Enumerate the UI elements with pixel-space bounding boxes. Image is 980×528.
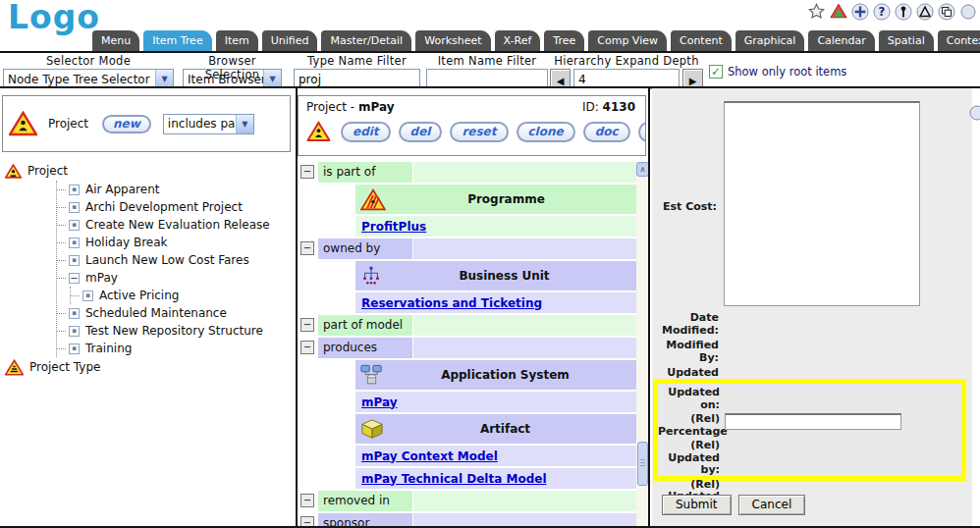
tab-x-ref[interactable]: X-Ref: [495, 30, 541, 51]
leaf-icon[interactable]: ▪: [69, 185, 80, 195]
tree-root-label[interactable]: Project Type: [29, 360, 100, 374]
tree-item-mpay[interactable]: −mPay: [57, 269, 296, 287]
submit-button[interactable]: Submit: [662, 495, 732, 515]
link-row-mpay-technical-delta-model: mPay Technical Delta Model: [355, 468, 636, 489]
reset-button[interactable]: reset: [450, 122, 508, 142]
collapse-icon[interactable]: −: [300, 241, 314, 255]
leaf-icon[interactable]: ▪: [69, 202, 80, 213]
includes-parts-select[interactable]: includes parts ▼: [163, 114, 254, 134]
tab-unified[interactable]: Unified: [262, 30, 318, 51]
tree-item-label[interactable]: Training: [85, 342, 132, 355]
tree-item-label[interactable]: Air Apparent: [85, 183, 159, 196]
leaf-icon[interactable]: ▪: [82, 290, 93, 301]
pin-icon[interactable]: [894, 2, 912, 21]
highlighted-section: Updated on:(Rel) Percentage(Rel) Updated…: [653, 379, 966, 481]
windows-icon[interactable]: [937, 2, 955, 21]
tree-root-project[interactable]: Project: [4, 161, 296, 181]
tree-root-project-type[interactable]: Project Type: [4, 357, 296, 377]
tree-item-scheduled-maintenance[interactable]: ▪Scheduled Maintenance: [57, 304, 296, 322]
tree-item-label[interactable]: Create New Evaluation Release: [85, 218, 270, 232]
leaf-icon[interactable]: ▪: [69, 255, 80, 266]
collapse-icon[interactable]: −: [300, 318, 314, 332]
doc-button[interactable]: doc: [583, 122, 630, 142]
item-link[interactable]: ProfitPlus: [361, 220, 426, 234]
tree-item-label[interactable]: mPay: [85, 271, 118, 285]
tree-item-active-pricing[interactable]: ▪Active Pricing: [71, 287, 296, 304]
tree-item-label[interactable]: Holiday Break: [85, 236, 168, 249]
tree-item-training[interactable]: ▪Training: [57, 340, 296, 357]
tree-item-label[interactable]: Active Pricing: [99, 289, 179, 302]
show-only-root-items-label: Show only root items: [728, 65, 846, 79]
tree-item-label[interactable]: Archi Development Project: [85, 200, 243, 214]
del-button[interactable]: del: [399, 122, 443, 142]
tab-graphical[interactable]: Graphical: [735, 30, 805, 51]
scroll-up-button[interactable]: ∧: [636, 162, 648, 177]
updated-on-label: Updated on:: [658, 387, 720, 411]
tree-item-test-new-repository-structure[interactable]: ▪Test New Repository Structure: [57, 322, 296, 340]
clipped-icon[interactable]: [958, 2, 977, 21]
collapse-icon[interactable]: −: [300, 516, 314, 526]
type-header-application-system: Application System: [355, 360, 636, 390]
chevron-down-icon[interactable]: ▼: [236, 115, 253, 133]
tab-item-tree[interactable]: Item Tree: [143, 30, 211, 51]
project-icon: [307, 121, 331, 141]
leaf-icon[interactable]: ▪: [69, 238, 80, 248]
detail-scrollbar[interactable]: ∧: [636, 162, 648, 526]
svg-text:?: ?: [878, 5, 885, 19]
tab-worksheet[interactable]: Worksheet: [415, 30, 490, 51]
detail-actions: editdelresetclonedocedit typ: [299, 116, 645, 144]
item-link[interactable]: mPay Technical Delta Model: [361, 472, 547, 486]
scrollbar-thumb[interactable]: [637, 442, 648, 486]
collapse-icon[interactable]: −: [300, 494, 314, 507]
edit-button[interactable]: edit: [341, 122, 391, 142]
detail-id: ID: 4130: [582, 100, 635, 114]
tree-item-archi-development-project[interactable]: ▪Archi Development Project: [57, 198, 296, 216]
tree-item-label[interactable]: Launch New Low Cost Fares: [85, 253, 249, 267]
tab-menu[interactable]: Menu: [92, 30, 139, 51]
edit-typ-button[interactable]: edit typ: [638, 122, 646, 142]
date-modified-label: Date Modified:: [652, 312, 719, 337]
star-icon[interactable]: [807, 2, 826, 21]
field-row-rel-updated-by: (Rel) Updated by:: [658, 440, 961, 477]
tree-item-air-apparent[interactable]: ▪Air Apparent: [57, 181, 296, 198]
tab-context[interactable]: Context: [938, 30, 980, 51]
leaf-icon[interactable]: ▪: [69, 326, 80, 337]
show-only-root-items-checkbox[interactable]: ✓: [709, 65, 723, 79]
collapse-icon[interactable]: −: [300, 165, 314, 179]
tree-root-label[interactable]: Project: [27, 164, 68, 178]
tab-master-detail[interactable]: Master/Detail: [321, 30, 411, 51]
tree-item-label[interactable]: Scheduled Maintenance: [85, 306, 227, 320]
relation-label: part of model: [318, 315, 412, 336]
cancel-button[interactable]: Cancel: [738, 495, 806, 515]
tree-item-launch-new-low-cost-fares[interactable]: ▪Launch New Low Cost Fares: [57, 251, 296, 269]
tab-comp-view[interactable]: Comp View: [588, 30, 667, 51]
item-link[interactable]: Reservations and Ticketing: [361, 296, 542, 310]
tab-calendar[interactable]: Calendar: [808, 30, 874, 51]
item-link[interactable]: mPay: [361, 396, 398, 409]
clone-button[interactable]: clone: [517, 122, 575, 142]
tab-content[interactable]: Content: [671, 30, 732, 51]
clipped-edge-icon[interactable]: [969, 105, 980, 121]
tree-item-label[interactable]: Test New Repository Structure: [85, 324, 263, 338]
leaf-icon[interactable]: ▪: [69, 220, 80, 231]
tree-item-create-new-evaluation-release[interactable]: ▪Create New Evaluation Release: [57, 216, 296, 234]
delta-icon[interactable]: [915, 2, 934, 21]
leaf-icon[interactable]: ▪: [69, 308, 80, 319]
tab-tree[interactable]: Tree: [544, 30, 584, 51]
collapse-icon[interactable]: −: [69, 273, 80, 284]
rel-percentage-label: (Rel) Percentage: [658, 413, 720, 438]
help-icon[interactable]: ?: [872, 2, 891, 21]
tree-item-holiday-break[interactable]: ▪Holiday Break: [57, 234, 296, 251]
collapse-icon[interactable]: −: [300, 341, 314, 354]
rel-percentage-input[interactable]: [725, 413, 901, 430]
new-button[interactable]: new: [102, 115, 151, 133]
add-icon[interactable]: [850, 2, 869, 21]
relation-filler: [413, 238, 636, 259]
tab-item[interactable]: Item: [216, 30, 258, 51]
project-icon: [9, 111, 37, 136]
item-link[interactable]: mPay Context Model: [361, 449, 498, 463]
model-icon[interactable]: [829, 2, 847, 21]
est-cost-textarea[interactable]: [724, 101, 920, 306]
tab-spatial[interactable]: Spatial: [879, 30, 934, 51]
leaf-icon[interactable]: ▪: [69, 343, 80, 354]
